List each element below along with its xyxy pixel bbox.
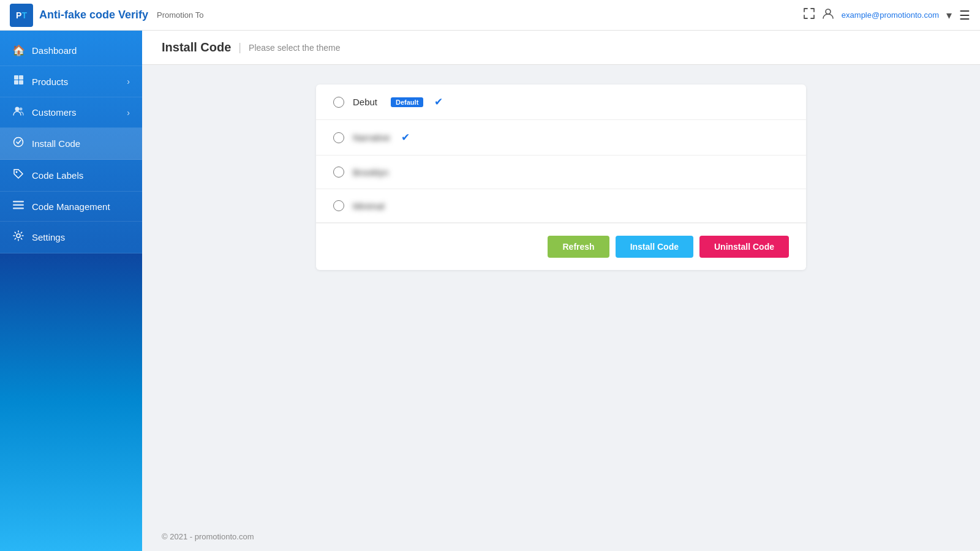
buttons-area: Refresh Install Code Uninstall Code [316,223,806,270]
logo-text: PT [16,11,27,20]
sidebar-label-install-code: Install Code [32,138,80,149]
sidebar-item-code-labels[interactable]: Code Labels [0,160,142,192]
theme-item-3: Brooklyn [316,156,806,189]
home-icon: 🏠 [12,44,24,57]
sidebar-label-customers: Customers [32,107,77,118]
theme-radio-debut[interactable] [333,97,344,108]
sidebar-item-customers[interactable]: Customers › [0,97,142,128]
content-area: Debut Default ✔ Narrative ✔ Brooklyn [142,65,980,522]
app-title: Anti-fake code Verify [39,9,148,21]
install-code-icon [12,137,24,151]
svg-point-8 [16,171,18,173]
page-title: Install Code [162,40,231,54]
header: PT Anti-fake code Verify Promotion To ex… [0,0,980,31]
theme-radio-2[interactable] [333,132,344,143]
sidebar-label-settings: Settings [32,232,65,242]
header-right: example@promotionto.com ▾ ☰ [804,7,970,23]
svg-rect-11 [13,208,24,209]
sidebar-item-products[interactable]: Products › [0,66,142,97]
main-content: Install Code | Please select the theme D… [142,31,980,551]
svg-rect-1 [14,75,18,80]
svg-point-6 [20,108,23,111]
theme-radio-4[interactable] [333,200,344,211]
theme-radio-3[interactable] [333,167,344,178]
install-code-button[interactable]: Install Code [616,236,693,258]
hamburger-icon[interactable]: ☰ [959,8,970,23]
page-header: Install Code | Please select the theme [142,31,980,65]
theme-item-debut: Debut Default ✔ [316,84,806,120]
default-badge: Default [391,97,423,107]
uninstall-code-button[interactable]: Uninstall Code [699,236,789,258]
customers-icon [12,106,24,119]
header-left: PT Anti-fake code Verify Promotion To [10,4,203,27]
footer: © 2021 - promotionto.com [142,522,980,551]
fullscreen-icon[interactable] [804,8,815,22]
code-labels-icon [12,168,24,182]
svg-rect-2 [19,75,23,80]
sidebar-label-code-labels: Code Labels [32,170,83,181]
products-icon [12,75,24,88]
svg-rect-10 [13,204,24,206]
sidebar-label-code-management: Code Management [32,201,110,212]
dropdown-arrow-icon[interactable]: ▾ [946,9,952,22]
app-subtitle: Promotion To [157,10,203,20]
settings-icon [12,230,24,244]
sidebar-bottom-gradient [0,253,142,551]
user-email[interactable]: example@promotionto.com [842,10,939,20]
svg-rect-3 [14,80,18,84]
layout: 🏠 Dashboard Products › Customers › Insta… [0,31,980,551]
svg-rect-9 [13,201,24,203]
code-management-icon [12,200,24,212]
logo: PT [10,4,33,27]
check-icon-debut: ✔ [434,96,443,108]
copyright-text: © 2021 - promotionto.com [162,532,254,541]
svg-point-5 [15,107,20,111]
refresh-button[interactable]: Refresh [548,236,609,258]
svg-rect-4 [19,80,23,84]
page-subtitle: Please select the theme [249,43,340,53]
check-icon-2: ✔ [401,131,410,144]
arrow-icon-products: › [127,77,130,86]
theme-name-3: Brooklyn [353,167,388,178]
theme-item-2: Narrative ✔ [316,120,806,156]
sidebar: 🏠 Dashboard Products › Customers › Insta… [0,31,142,551]
svg-point-12 [17,234,20,238]
arrow-icon-customers: › [127,108,130,118]
theme-name-4: Minimal [353,201,385,211]
user-icon [822,7,834,23]
svg-point-0 [826,9,831,14]
sidebar-item-dashboard[interactable]: 🏠 Dashboard [0,36,142,66]
sidebar-item-code-management[interactable]: Code Management [0,192,142,222]
theme-name-2: Narrative [353,132,390,143]
theme-name-debut: Debut [353,97,377,107]
theme-item-4: Minimal [316,189,806,223]
svg-point-7 [14,138,23,147]
sidebar-label-dashboard: Dashboard [32,45,77,56]
sidebar-label-products: Products [32,77,68,87]
sidebar-item-settings[interactable]: Settings [0,222,142,253]
sidebar-item-install-code[interactable]: Install Code [0,128,142,160]
theme-card: Debut Default ✔ Narrative ✔ Brooklyn [316,84,806,270]
